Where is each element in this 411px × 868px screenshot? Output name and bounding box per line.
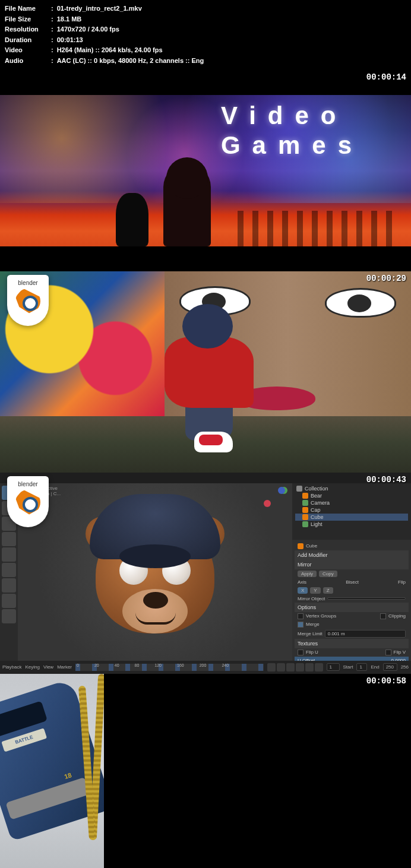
tool-annotate-icon[interactable] [2, 578, 16, 593]
letterbox-bottom [0, 246, 411, 271]
outliner-item-light[interactable]: Light [295, 521, 408, 528]
info-row-resolution: Resolution : 1470x720 / 24.00 fps [5, 24, 406, 35]
info-row-duration: Duration : 00:01:13 [5, 35, 406, 46]
gizmo-x-axis[interactable] [264, 500, 271, 507]
timeline-menu-marker[interactable]: Marker [57, 664, 72, 670]
timeline-panel[interactable]: Playback Keying View Marker 0 20 40 80 1… [0, 661, 411, 674]
value-resolution: 1470x720 / 24.00 fps [57, 24, 119, 35]
render-scene [0, 271, 411, 473]
bear-mouth [135, 613, 176, 625]
tool-rotate-icon[interactable] [2, 532, 16, 546]
play-button[interactable] [296, 663, 304, 671]
flip-label: Flip [398, 579, 406, 585]
outliner-item-bear[interactable]: Bear [295, 492, 408, 499]
gizmo-z-axis[interactable] [278, 487, 285, 494]
bear-cap-brim [119, 544, 191, 568]
tool-add-icon[interactable] [2, 609, 16, 623]
merge-checkbox[interactable] [298, 622, 303, 628]
jump-end-button[interactable] [315, 663, 323, 671]
overlay-title: Video Games [221, 101, 363, 161]
prev-key-button[interactable] [277, 663, 285, 671]
blender-right-panels: Collection Bear Camera Cap Cube Light [292, 483, 411, 661]
flip-v-checkbox[interactable] [385, 650, 391, 655]
letterbox-top [0, 70, 411, 95]
timestamp: 00:00:43 [366, 475, 406, 484]
info-row-filesize: File Size : 18.1 MB [5, 14, 406, 25]
flip-u-checkbox[interactable] [298, 650, 303, 655]
next-key-button[interactable] [305, 663, 314, 671]
mirror-object-label: Mirror Object [298, 596, 325, 601]
mirror-object-field[interactable] [327, 597, 406, 600]
copy-button[interactable]: Copy [319, 571, 337, 577]
axis-x-toggle[interactable]: X [298, 587, 308, 594]
timeline-menu-playback[interactable]: Playback [2, 664, 21, 670]
timeline-ticks: 0 20 40 80 120 160 200 240 [77, 663, 229, 667]
camera-icon [302, 500, 308, 506]
mesh-icon [302, 507, 308, 513]
bear-character-back [165, 304, 254, 452]
blender-logo-icon [15, 289, 40, 313]
crowd-silhouettes [238, 211, 399, 246]
mirror-modifier-header[interactable]: Mirror [295, 560, 409, 569]
current-frame-field[interactable]: 1 [327, 663, 340, 671]
timestamp: 00:00:58 [366, 676, 406, 686]
timeline-menu-keying[interactable]: Keying [25, 664, 39, 670]
portrait-render: BATTLE 18 [0, 674, 104, 868]
start-frame-field[interactable]: 1 [356, 663, 367, 671]
axis-y-toggle[interactable]: Y [310, 587, 320, 594]
play-reverse-button[interactable] [286, 663, 295, 671]
blender-top-header[interactable] [0, 473, 411, 483]
value-filesize: 18.1 MB [57, 14, 82, 25]
options-section[interactable]: Options [295, 603, 409, 612]
label-filesize: File Size [5, 14, 48, 25]
outliner-root-label: Collection [305, 486, 328, 492]
value-filename: 01-tredy_intro_rect2_1.mkv [57, 4, 142, 14]
tool-transform-icon[interactable] [2, 563, 16, 577]
properties-panel[interactable]: Cube Add Modifier Mirror Apply Copy Axis… [292, 540, 411, 661]
tool-measure-icon[interactable] [2, 594, 16, 608]
blender-badge: blender [7, 275, 49, 326]
blender-badge: blender [7, 476, 49, 527]
mesh-icon [302, 514, 308, 520]
timeline-menu-view[interactable]: View [43, 664, 53, 670]
label-video: Video [5, 45, 48, 56]
merge-limit-field[interactable]: 0.001 m [325, 630, 406, 638]
blender-badge-text: blender [18, 280, 37, 286]
thumbnail-frame-3: User Perspective (1) Collection | C... C… [0, 473, 411, 674]
value-video: H264 (Main) :: 2064 kb/s, 24.00 fps [57, 45, 163, 56]
outliner-item-camera[interactable]: Camera [295, 499, 408, 506]
info-row-video: Video : H264 (Main) :: 2064 kb/s, 24.00 … [5, 45, 406, 56]
end-frame-field[interactable]: 250 [383, 663, 397, 671]
outliner-collection[interactable]: Collection [295, 485, 408, 492]
info-row-filename: File Name : 01-tredy_intro_rect2_1.mkv [5, 4, 406, 14]
thumbnail-frame-1: Video Games 00:00:14 [0, 70, 411, 271]
end-label: End [371, 664, 379, 670]
bear-sneaker [194, 432, 233, 452]
collection-icon [296, 486, 302, 492]
vertex-groups-checkbox[interactable] [298, 613, 303, 619]
label-resolution: Resolution [5, 24, 48, 35]
blender-3d-viewport[interactable]: User Perspective (1) Collection | C... [18, 483, 292, 661]
mesh-icon [298, 543, 303, 549]
add-modifier-button[interactable]: Add Modifier [295, 550, 409, 560]
object-name: Cube [306, 543, 317, 549]
outliner-item-cube[interactable]: Cube [295, 514, 408, 521]
timeline-ruler[interactable]: 0 20 40 80 120 160 200 240 [75, 664, 263, 671]
bear-nose [143, 592, 168, 609]
textures-section[interactable]: Textures [295, 639, 409, 648]
label-audio: Audio [5, 56, 48, 66]
thumbnail-frame-4: BATTLE 18 00:00:58 [0, 674, 411, 868]
clipping-checkbox[interactable] [380, 613, 386, 619]
suspension-cables [74, 674, 104, 868]
axis-label: Axis [298, 579, 306, 585]
outliner-item-cap[interactable]: Cap [295, 506, 408, 514]
bear-head-model[interactable] [81, 494, 229, 642]
timestamp: 00:00:29 [366, 274, 406, 283]
axis-z-toggle[interactable]: Z [323, 587, 333, 594]
outliner-panel[interactable]: Collection Bear Camera Cap Cube Light [292, 483, 411, 540]
apply-button[interactable]: Apply [298, 571, 317, 577]
tool-scale-icon[interactable] [2, 547, 16, 562]
orientation-gizmo[interactable] [264, 487, 289, 512]
playback-controls [267, 663, 323, 671]
jump-start-button[interactable] [267, 663, 276, 671]
